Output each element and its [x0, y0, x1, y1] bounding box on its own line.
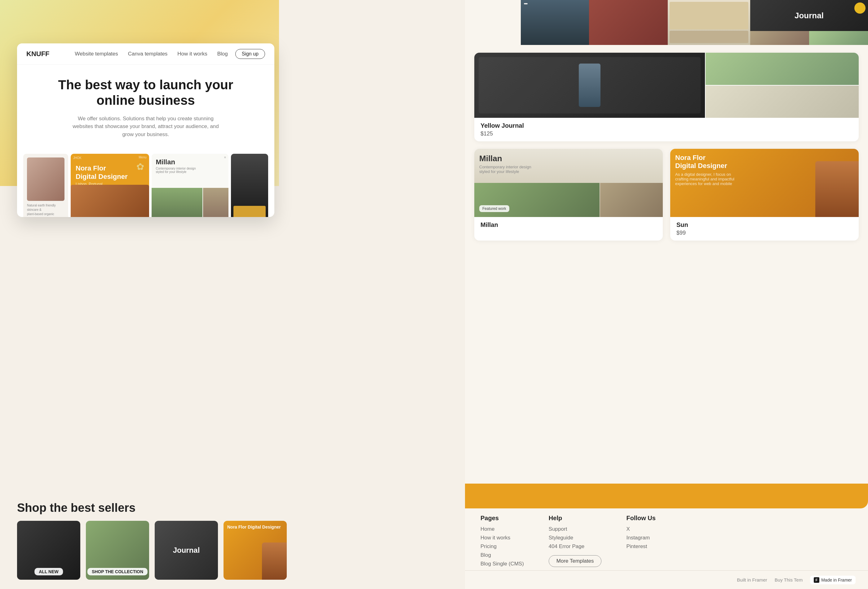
follow-col-title: Follow Us — [626, 515, 655, 522]
skincare-text: Natural earth friendly skincare &plant-b… — [27, 203, 65, 217]
built-in-framer-text: Built in Framer — [737, 577, 767, 583]
made-in-framer-badge[interactable]: F Made in Framer — [810, 576, 856, 585]
yellow-journal-card[interactable]: Yellow Journal $125 — [474, 53, 859, 141]
pages-column: Pages Home How it works Pricing Blog Blo… — [480, 515, 524, 570]
strip-terracotta-img — [589, 0, 668, 45]
product-shop-label: SHOP THE COLLECTION — [87, 568, 148, 575]
pages-col-title: Pages — [480, 515, 524, 522]
follow-column: Follow Us X Instagram Pinterest — [626, 515, 655, 552]
pages-link-pricing[interactable]: Pricing — [480, 543, 524, 550]
nav-canva-templates[interactable]: Canva templates — [128, 51, 168, 57]
millan-img-green — [152, 188, 202, 217]
shop-title: Shop the best sellers — [17, 501, 287, 515]
buy-this-tem-text: Buy This Tem — [775, 577, 803, 583]
yj-side-bottom — [706, 86, 859, 118]
yellow-journal-visual — [474, 53, 859, 118]
help-column: Help Support Styleguide 404 Error Page M… — [549, 515, 602, 567]
nora-thumb: JHOK Menu Nora FlorDigital Designer Lisb… — [71, 154, 149, 217]
sun-visual: Nora FlorDigital Designer As a digital d… — [670, 149, 859, 217]
skincare-thumb: Natural earth friendly skincare &plant-b… — [23, 154, 68, 217]
hero-title: The best way to launch youronline busine… — [32, 77, 259, 108]
footer-bottom-bar: Built in Framer Buy This Tem F Made in F… — [465, 570, 868, 589]
millan-info: Millan — [474, 217, 663, 233]
strip-warm-img — [668, 0, 750, 45]
millan-subtitle: Contemporary interior designstyled for y… — [156, 167, 224, 174]
journal-sub-img2 — [809, 31, 868, 45]
help-link-styleguide[interactable]: Styleguide — [549, 535, 602, 541]
main-website-card: KNUFF Website templates Canva templates … — [17, 43, 275, 217]
framer-icon: F — [814, 577, 819, 583]
sun-price: $99 — [676, 230, 852, 236]
signup-button[interactable]: Sign up — [235, 49, 265, 59]
yj-main-img — [474, 53, 705, 118]
millan-name-overlay: Millan — [479, 154, 658, 163]
skincare-img — [27, 158, 65, 201]
yellow-journal-info: Yellow Journal $125 — [474, 118, 859, 141]
nav-links: Website templates Canva templates How it… — [75, 51, 228, 57]
orange-footer-block — [465, 484, 868, 508]
journal-dark-area: Journal — [750, 0, 868, 31]
millan-title: Millan — [480, 221, 657, 229]
millan-visual: Millan Contemporary interior designstyle… — [474, 149, 663, 217]
made-in-framer-label: Made in Framer — [821, 577, 852, 583]
product-all-new-label: ALL NEW — [34, 568, 63, 575]
follow-link-x[interactable]: X — [626, 526, 655, 532]
millan-thumb: ≡ Millan Contemporary interior designsty… — [152, 154, 229, 217]
yellow-journal-price: $125 — [480, 130, 852, 137]
product-shop-collection[interactable]: SHOP THE COLLECTION — [86, 521, 149, 580]
help-link-support[interactable]: Support — [549, 526, 602, 532]
sun-card[interactable]: Nora FlorDigital Designer As a digital d… — [670, 149, 859, 241]
millan-subtitle: Contemporary interior designstyled for y… — [479, 165, 658, 174]
sun-woman-shape — [815, 161, 859, 217]
top-strip-images: Journal — [465, 0, 868, 45]
strip-tag — [524, 3, 528, 4]
millan-featured-label: Featured work — [479, 205, 509, 212]
sun-info: Sun $99 — [670, 217, 859, 241]
extra-dark-thumb — [231, 154, 268, 217]
millan-card[interactable]: Millan Contemporary interior designstyle… — [474, 149, 663, 241]
orange-curve-area — [465, 484, 868, 508]
follow-link-pinterest[interactable]: Pinterest — [626, 543, 655, 550]
strip-spacer — [465, 0, 521, 45]
website-logo: KNUFF — [27, 50, 50, 58]
product-nora-img — [262, 542, 287, 580]
nav-blog[interactable]: Blog — [217, 51, 228, 57]
footer-links-area: Pages Home How it works Pricing Blog Blo… — [465, 508, 868, 570]
nora-person-img — [71, 185, 149, 217]
help-col-title: Help — [549, 515, 602, 522]
templates-area: Yellow Journal $125 Millan Contemporary … — [474, 53, 859, 248]
yellow-journal-name: Yellow Journal — [480, 122, 852, 129]
nora-flower: ✿ — [136, 161, 144, 172]
pages-link-blog[interactable]: Blog — [480, 552, 524, 558]
pages-link-blog-single[interactable]: Blog Single (CMS) — [480, 561, 524, 567]
more-templates-button[interactable]: More Templates — [549, 555, 602, 567]
strip-person-img — [521, 0, 589, 45]
journal-accent-circle — [854, 3, 865, 14]
strip-warm-sub2 — [670, 31, 748, 43]
millan-img2 — [600, 183, 663, 217]
journal-sub-img1 — [750, 31, 809, 45]
yj-person-shape — [579, 63, 601, 107]
product-journal-text: Journal — [173, 546, 200, 555]
dark-accent-bar — [233, 206, 266, 217]
help-link-404[interactable]: 404 Error Page — [549, 543, 602, 550]
right-panel-background: Journal — [465, 0, 868, 589]
follow-link-instagram[interactable]: Instagram — [626, 535, 655, 541]
yj-side-top — [706, 53, 859, 85]
website-nav: KNUFF Website templates Canva templates … — [17, 43, 275, 65]
nav-how-it-works[interactable]: How it works — [177, 51, 207, 57]
product-all-new[interactable]: ALL NEW — [17, 521, 80, 580]
product-journal[interactable]: Journal — [155, 521, 218, 580]
millan-imgs — [152, 188, 229, 217]
journal-sub-strip — [750, 31, 868, 45]
millan-img-tan — [203, 188, 229, 217]
yj-side — [706, 53, 859, 118]
pages-link-how[interactable]: How it works — [480, 535, 524, 541]
millan-sun-row: Millan Contemporary interior designstyle… — [474, 149, 859, 241]
sun-title: Sun — [676, 221, 852, 229]
pages-link-home[interactable]: Home — [480, 526, 524, 532]
product-nora-flor[interactable]: Nora Flor Digital Designer — [223, 521, 287, 580]
strip-warm-sub1 — [670, 2, 748, 30]
journal-top-card: Journal — [750, 0, 868, 45]
nav-website-templates[interactable]: Website templates — [75, 51, 118, 57]
